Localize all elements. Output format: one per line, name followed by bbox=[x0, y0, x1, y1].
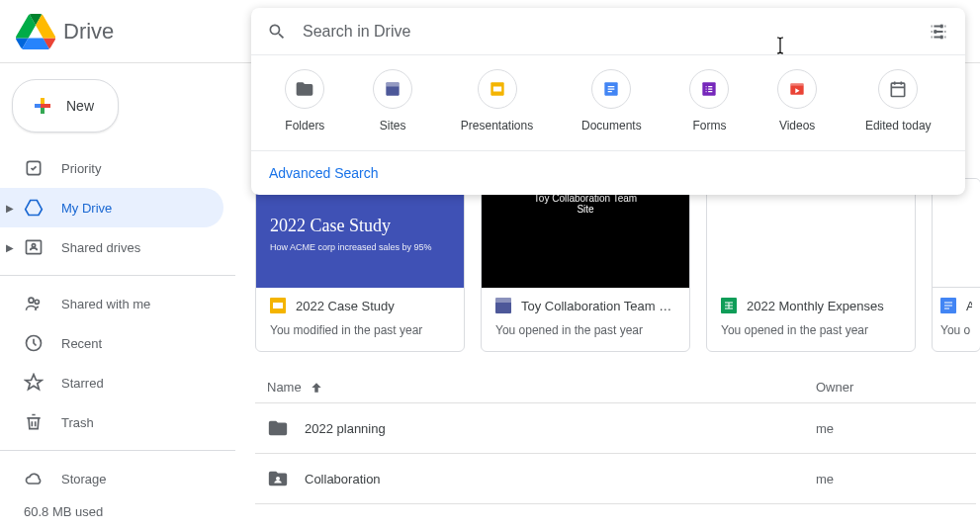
card-title: Toy Collaboration Team … bbox=[521, 299, 671, 313]
calendar-icon bbox=[888, 79, 908, 99]
sort-arrow-up-icon bbox=[310, 381, 323, 395]
sidebar-item-label: Shared drives bbox=[61, 240, 140, 255]
card-title: A bbox=[966, 299, 972, 313]
sheets-icon bbox=[721, 298, 737, 313]
card-subtitle: You opened in the past year bbox=[721, 323, 901, 337]
card-toy-collab[interactable]: Toy Collaboration Team Site Toy Collabor… bbox=[481, 178, 690, 352]
sidebar: New Priority ▶ My Drive ▶ Shared drives … bbox=[0, 63, 235, 530]
table-row[interactable]: 2022 planning me bbox=[255, 403, 976, 454]
shared-drives-icon bbox=[24, 237, 44, 257]
folder-icon bbox=[267, 417, 289, 439]
my-drive-icon bbox=[24, 198, 44, 218]
sidebar-item-priority[interactable]: Priority bbox=[0, 148, 223, 188]
card-partial[interactable]: A You o bbox=[932, 178, 980, 352]
card-title: 2022 Monthly Expenses bbox=[747, 299, 884, 313]
chip-forms[interactable]: Forms bbox=[689, 69, 729, 132]
row-owner-text: me bbox=[816, 421, 964, 436]
star-icon bbox=[24, 373, 44, 393]
text-cursor-icon bbox=[775, 36, 785, 55]
svg-rect-21 bbox=[495, 298, 511, 303]
svg-rect-19 bbox=[273, 303, 283, 309]
sidebar-item-label: Starred bbox=[61, 376, 104, 391]
card-thumbnail: 2022 Case Study How ACME corp increased … bbox=[256, 179, 464, 288]
docs-icon bbox=[601, 79, 621, 99]
suggested-cards: 2022 Case Study How ACME corp increased … bbox=[251, 178, 980, 352]
slides-icon bbox=[270, 298, 286, 313]
card-subtitle: You modified in the past year bbox=[270, 323, 450, 337]
sidebar-item-trash[interactable]: Trash bbox=[0, 402, 223, 442]
cloud-icon bbox=[24, 469, 44, 488]
chip-videos[interactable]: Videos bbox=[777, 69, 817, 132]
chip-sites[interactable]: Sites bbox=[373, 69, 412, 132]
table-header: Name Owner bbox=[255, 372, 976, 403]
search-input[interactable] bbox=[303, 23, 928, 41]
sidebar-item-label: Priority bbox=[61, 161, 101, 176]
sidebar-item-label: Shared with me bbox=[61, 297, 150, 311]
svg-point-4 bbox=[35, 300, 39, 304]
logo-area[interactable]: Drive bbox=[16, 12, 251, 51]
chip-edited-today[interactable]: Edited today bbox=[865, 69, 932, 132]
row-name-text: 2022 planning bbox=[305, 421, 386, 436]
divider bbox=[0, 450, 235, 451]
row-name-text: Collaboration bbox=[305, 472, 381, 486]
card-case-study[interactable]: 2022 Case Study How ACME corp increased … bbox=[255, 178, 465, 352]
video-icon bbox=[787, 79, 807, 99]
search-bar bbox=[251, 8, 965, 55]
svg-rect-10 bbox=[386, 82, 399, 86]
sidebar-item-label: Recent bbox=[61, 336, 102, 351]
shared-icon bbox=[24, 294, 44, 313]
trash-icon bbox=[24, 412, 44, 432]
chip-folders[interactable]: Folders bbox=[285, 69, 324, 132]
card-monthly-expenses[interactable]: 2022 Monthly Expenses You opened in the … bbox=[706, 178, 916, 352]
card-thumbnail: Toy Collaboration Team Site bbox=[482, 179, 689, 288]
col-header-owner[interactable]: Owner bbox=[816, 380, 964, 395]
svg-point-2 bbox=[32, 244, 35, 247]
svg-rect-7 bbox=[934, 30, 936, 34]
table-row[interactable]: Collaboration me bbox=[255, 454, 976, 504]
sites-icon bbox=[495, 298, 511, 313]
svg-point-24 bbox=[276, 477, 280, 481]
shared-folder-icon bbox=[267, 468, 289, 489]
docs-icon bbox=[940, 298, 956, 313]
sidebar-item-label: Trash bbox=[61, 415, 94, 430]
svg-point-3 bbox=[29, 298, 34, 303]
col-header-name[interactable]: Name bbox=[267, 380, 816, 395]
folder-icon bbox=[295, 79, 314, 99]
chip-presentations[interactable]: Presentations bbox=[461, 69, 533, 132]
storage-used-text: 60.8 MB used bbox=[0, 498, 235, 519]
new-button[interactable]: New bbox=[12, 79, 119, 132]
row-owner-text: me bbox=[816, 472, 964, 486]
sidebar-item-my-drive[interactable]: ▶ My Drive bbox=[0, 188, 223, 227]
filter-chips-row: Folders Sites Presentations Documents Fo… bbox=[251, 55, 965, 151]
expand-arrow-icon[interactable]: ▶ bbox=[6, 203, 14, 214]
slides-icon bbox=[488, 79, 507, 99]
card-subtitle: You o bbox=[940, 323, 972, 337]
svg-rect-12 bbox=[492, 87, 500, 92]
drive-logo-icon bbox=[16, 12, 55, 51]
card-subtitle: You opened in the past year bbox=[495, 323, 675, 337]
priority-icon bbox=[24, 158, 44, 178]
sites-icon bbox=[383, 79, 402, 99]
plus-icon bbox=[31, 94, 54, 118]
new-button-label: New bbox=[66, 98, 94, 114]
svg-rect-8 bbox=[940, 35, 943, 39]
svg-rect-16 bbox=[790, 83, 803, 86]
svg-rect-6 bbox=[940, 24, 943, 28]
expand-arrow-icon[interactable]: ▶ bbox=[6, 242, 14, 253]
sidebar-item-recent[interactable]: Recent bbox=[0, 323, 223, 363]
sidebar-item-storage[interactable]: Storage bbox=[0, 459, 223, 498]
clock-icon bbox=[24, 333, 44, 353]
divider bbox=[0, 275, 235, 276]
search-icon bbox=[267, 22, 287, 42]
sidebar-item-shared-drives[interactable]: ▶ Shared drives bbox=[0, 227, 223, 267]
search-dropdown: Folders Sites Presentations Documents Fo… bbox=[251, 8, 965, 195]
sidebar-item-starred[interactable]: Starred bbox=[0, 363, 223, 402]
card-thumbnail bbox=[933, 179, 980, 288]
advanced-search-link[interactable]: Advanced Search bbox=[251, 151, 965, 195]
chip-documents[interactable]: Documents bbox=[581, 69, 642, 132]
sidebar-item-label: Storage bbox=[61, 472, 107, 486]
search-options-icon[interactable] bbox=[928, 21, 949, 43]
svg-rect-17 bbox=[892, 83, 905, 96]
sidebar-item-shared-with-me[interactable]: Shared with me bbox=[0, 284, 223, 323]
app-name: Drive bbox=[63, 19, 114, 44]
